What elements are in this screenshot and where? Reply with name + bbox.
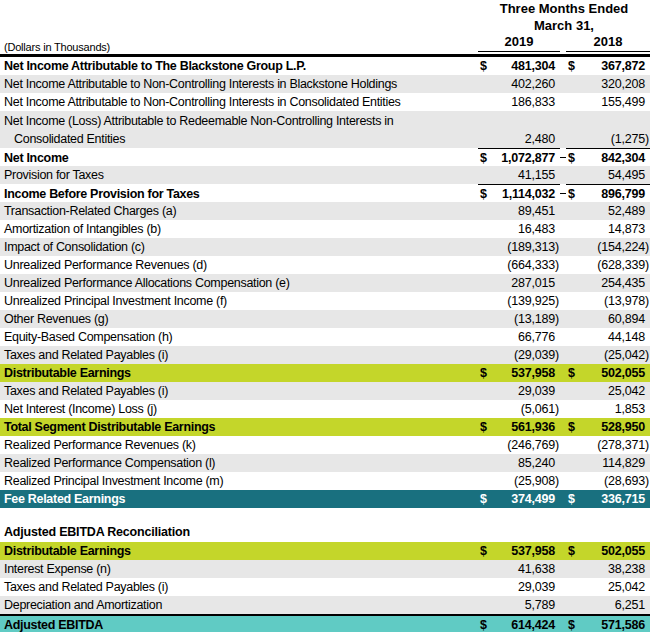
value-2018: 336,715	[582, 490, 650, 508]
currency-symbol-2018: $	[566, 364, 582, 382]
value-2019: 537,958	[494, 364, 560, 382]
spacer-row	[0, 508, 650, 522]
row-label: Net Income Attributable to Non-Controlli…	[0, 75, 478, 93]
value-2018: 320,208	[582, 75, 650, 93]
value-2019: 402,260	[494, 75, 560, 93]
table-row: Total Segment Distributable Earnings$561…	[0, 418, 650, 436]
currency-symbol-2018: $	[566, 542, 582, 560]
currency-symbol-2018	[566, 130, 582, 148]
currency-symbol-2018: $	[566, 616, 582, 634]
row-label: Taxes and Related Payables (i)	[0, 578, 478, 596]
value-2018: 60,894	[582, 310, 650, 328]
value-2019: (29,039)	[494, 346, 560, 364]
value-2019: (189,313)	[494, 238, 560, 256]
value-2019: 66,776	[494, 328, 560, 346]
table-row: Depreciation and Amortization5,7896,251	[0, 596, 650, 614]
value-2019: 29,039	[494, 578, 560, 596]
row-label: Net Interest (Income) Loss (j)	[0, 400, 478, 418]
value-2018: 1,853	[582, 400, 650, 418]
row-label: Unrealized Performance Revenues (d)	[0, 256, 478, 274]
row-label: Realized Principal Investment Income (m)	[0, 472, 478, 490]
row-label: Realized Performance Revenues (k)	[0, 436, 478, 454]
table-row: Interest Expense (n)41,63838,238	[0, 560, 650, 578]
row-label: Unrealized Principal Investment Income (…	[0, 292, 478, 310]
table-row: Net Income Attributable to Non-Controlli…	[0, 75, 650, 93]
units-label: (Dollars in Thousands)	[4, 41, 110, 53]
row-label: Realized Performance Compensation (l)	[0, 454, 478, 472]
value-2019: 89,451	[494, 202, 560, 220]
value-2018: 528,950	[582, 418, 650, 436]
value-2019: 537,958	[494, 542, 560, 560]
row-label: Depreciation and Amortization	[0, 596, 478, 614]
value-2019: 2,480	[494, 130, 560, 148]
table-row: Unrealized Performance Allocations Compe…	[0, 274, 650, 292]
period-line1: Three Months Ended	[478, 0, 650, 17]
currency-symbol-2019: $	[478, 542, 494, 560]
currency-symbol-2018: $	[566, 490, 582, 508]
table-row: Taxes and Related Payables (i)(29,039)(2…	[0, 346, 650, 364]
value-2019: 85,240	[494, 454, 560, 472]
table-row: Net Income (Loss) Attributable to Redeem…	[0, 111, 650, 148]
value-2019: 481,304	[494, 57, 560, 75]
currency-symbol-2019: $	[478, 418, 494, 436]
currency-symbol-2018: $	[566, 184, 582, 203]
row-label: Distributable Earnings	[0, 364, 478, 382]
year-columns: 2019 2018	[455, 34, 650, 52]
row-label: Net Income	[0, 149, 478, 167]
currency-symbol-2019	[478, 130, 494, 148]
currency-symbol-2019: $	[478, 184, 494, 203]
table-row: Distributable Earnings$537,958$502,055	[0, 364, 650, 382]
column-header-2019: 2019	[478, 34, 560, 52]
value-2018: (1,275)	[582, 130, 650, 148]
value-2018: (154,224)	[582, 238, 650, 256]
value-2018: 14,873	[582, 220, 650, 238]
value-2019: (246,769)	[494, 436, 560, 454]
value-2018: (13,978)	[582, 292, 650, 310]
section-heading: Adjusted EBITDA Reconciliation	[0, 522, 650, 542]
value-2018: 54,495	[582, 166, 650, 184]
table-row: Net Income Attributable to The Blackston…	[0, 57, 650, 75]
table-row: Unrealized Principal Investment Income (…	[0, 292, 650, 310]
table-row: Transaction-Related Charges (a)89,45152,…	[0, 202, 650, 220]
currency-symbol-2019: $	[478, 490, 494, 508]
currency-symbol-2019: $	[478, 364, 494, 382]
table-row: Realized Performance Revenues (k)(246,76…	[0, 436, 650, 454]
value-2018: (278,371)	[582, 436, 650, 454]
value-2019: 614,424	[494, 616, 560, 634]
row-label: Fee Related Earnings	[0, 490, 478, 508]
table-row: Impact of Consolidation (c)(189,313)(154…	[0, 238, 650, 256]
table-row: Adjusted EBITDA$614,424$571,586	[0, 614, 650, 632]
period-header: Three Months Ended March 31, 2019 2018	[455, 0, 650, 52]
value-2019: (664,333)	[494, 256, 560, 274]
table-row: Income Before Provision for Taxes$1,114,…	[0, 184, 650, 202]
row-label: Provision for Taxes	[0, 166, 478, 184]
table-row: Unrealized Performance Revenues (d)(664,…	[0, 256, 650, 274]
row-label: Equity-Based Compensation (h)	[0, 328, 478, 346]
row-label: Adjusted EBITDA	[0, 616, 478, 634]
table-row: Fee Related Earnings$374,499$336,715	[0, 490, 650, 508]
year-spacer	[455, 34, 478, 52]
row-label-line2: Consolidated Entities	[4, 130, 478, 148]
section-heading-label: Adjusted EBITDA Reconciliation	[4, 522, 650, 542]
value-2019: 5,789	[494, 596, 560, 614]
row-label: Other Revenues (g)	[0, 310, 478, 328]
table-row: Taxes and Related Payables (i)29,03925,0…	[0, 382, 650, 400]
table-row: Realized Performance Compensation (l)85,…	[0, 454, 650, 472]
row-label-line1: Net Income (Loss) Attributable to Redeem…	[4, 112, 478, 130]
value-2019: 16,483	[494, 220, 560, 238]
table-row: Taxes and Related Payables (i)29,03925,0…	[0, 578, 650, 596]
value-2018: 44,148	[582, 328, 650, 346]
value-2018: 6,251	[582, 596, 650, 614]
table-row: Realized Principal Investment Income (m)…	[0, 472, 650, 490]
value-2019: 374,499	[494, 490, 560, 508]
currency-symbol-2019: $	[478, 148, 494, 167]
currency-symbol-2018: $	[566, 148, 582, 167]
row-label: Unrealized Performance Allocations Compe…	[0, 274, 478, 292]
period-line2: March 31,	[478, 17, 650, 34]
table-row: Net Income$1,072,877$842,304	[0, 148, 650, 166]
value-2019: (25,908)	[494, 472, 560, 490]
row-label: Amortization of Intangibles (b)	[0, 220, 478, 238]
value-2018: 38,238	[582, 560, 650, 578]
table-row: Other Revenues (g)(13,189)60,894	[0, 310, 650, 328]
table-row: Equity-Based Compensation (h)66,77644,14…	[0, 328, 650, 346]
